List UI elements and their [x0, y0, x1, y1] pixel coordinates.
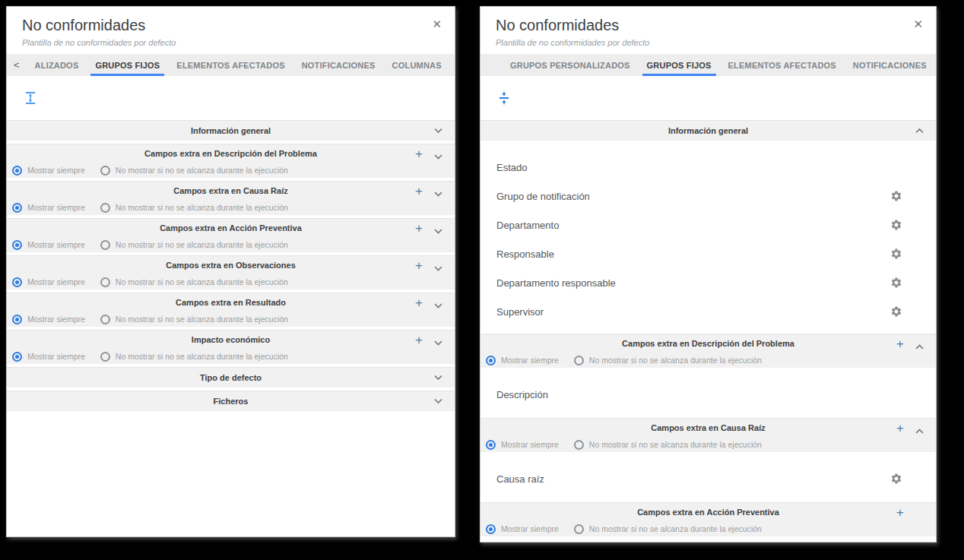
- section-header[interactable]: Impacto económico +: [7, 331, 455, 349]
- section-header[interactable]: Campos extra en Causa Raíz +: [480, 419, 936, 437]
- chevron-down-icon[interactable]: [432, 397, 445, 407]
- radio-label[interactable]: Mostrar siempre: [27, 166, 85, 175]
- close-icon[interactable]: ✕: [430, 16, 443, 33]
- section-header[interactable]: Ficheros: [7, 391, 455, 411]
- add-field-button[interactable]: +: [895, 422, 905, 435]
- chevron-down-icon[interactable]: [432, 126, 445, 136]
- radio-label[interactable]: No mostrar si no se alcanza durante la e…: [116, 240, 288, 249]
- radio-mostrar-siempre[interactable]: [486, 356, 496, 365]
- radio-label[interactable]: No mostrar si no se alcanza durante la e…: [116, 277, 288, 286]
- add-field-button[interactable]: +: [414, 222, 424, 235]
- radio-label[interactable]: No mostrar si no se alcanza durante la e…: [589, 356, 762, 365]
- field-row-descripcion[interactable]: Descripción: [480, 380, 936, 409]
- radio-no-mostrar[interactable]: [100, 277, 110, 287]
- tab-elementos-afectados[interactable]: ELEMENTOS AFECTADOS: [168, 54, 293, 76]
- section-header[interactable]: Campos extra en Resultado +: [7, 293, 455, 312]
- tab-grupos-personalizados[interactable]: GRUPOS PERSONALIZADOS: [502, 54, 639, 76]
- section-header[interactable]: Información general: [7, 121, 455, 141]
- radio-no-mostrar[interactable]: [100, 240, 110, 250]
- radio-label[interactable]: Mostrar siempre: [27, 277, 85, 286]
- radio-no-mostrar[interactable]: [100, 166, 110, 176]
- chevron-up-icon[interactable]: [913, 126, 926, 136]
- section-header[interactable]: Campos extra en Observaciones +: [7, 256, 455, 274]
- section-header[interactable]: Campos extra en Descripción del Problema…: [480, 334, 936, 353]
- gear-icon[interactable]: [889, 246, 904, 261]
- radio-label[interactable]: Mostrar siempre: [501, 356, 559, 365]
- tab-notificaciones[interactable]: NOTIFICACIONES: [845, 54, 935, 76]
- add-field-button[interactable]: +: [414, 259, 424, 272]
- gear-icon[interactable]: [889, 217, 904, 233]
- collapse-all-button[interactable]: [496, 90, 512, 106]
- section-header[interactable]: Campos extra en Descripción del Problema…: [7, 144, 455, 163]
- section-header[interactable]: Tipo de defecto: [7, 368, 455, 388]
- radio-mostrar-siempre[interactable]: [12, 277, 22, 287]
- add-field-button[interactable]: +: [895, 337, 905, 350]
- radio-label[interactable]: No mostrar si no se alcanza durante la e…: [116, 315, 288, 324]
- radio-mostrar-siempre[interactable]: [12, 203, 22, 213]
- chevron-down-icon[interactable]: [432, 301, 445, 311]
- tab-grupos-fijos[interactable]: GRUPOS FIJOS: [639, 54, 720, 76]
- tab-grupos-personalizados[interactable]: ALIZADOS: [27, 54, 87, 76]
- section-header[interactable]: Campos extra en Acción Preventiva +: [480, 503, 936, 521]
- chevron-down-icon[interactable]: [432, 264, 445, 274]
- add-field-button[interactable]: +: [895, 506, 905, 519]
- section-header[interactable]: Información general: [480, 121, 936, 141]
- chevron-up-icon[interactable]: [913, 342, 926, 352]
- chevron-down-icon[interactable]: [432, 373, 445, 383]
- field-row-causa-raiz[interactable]: Causa raíz: [480, 464, 936, 493]
- radio-label[interactable]: No mostrar si no se alcanza durante la e…: [589, 524, 762, 533]
- radio-mostrar-siempre[interactable]: [12, 352, 22, 362]
- tab-gestion[interactable]: GESTIÓN: [450, 54, 455, 76]
- add-field-button[interactable]: +: [414, 334, 424, 346]
- radio-no-mostrar[interactable]: [100, 352, 110, 362]
- radio-label[interactable]: No mostrar si no se alcanza durante la e…: [589, 440, 762, 449]
- add-field-button[interactable]: +: [414, 296, 424, 309]
- radio-label[interactable]: Mostrar siempre: [501, 440, 559, 449]
- radio-label[interactable]: Mostrar siempre: [27, 203, 85, 212]
- radio-label[interactable]: Mostrar siempre: [27, 352, 85, 361]
- radio-no-mostrar[interactable]: [100, 203, 110, 213]
- radio-label[interactable]: No mostrar si no se alcanza durante la e…: [116, 166, 288, 175]
- radio-mostrar-siempre[interactable]: [12, 240, 22, 250]
- field-row-supervisor[interactable]: Supervisor: [480, 297, 936, 326]
- radio-no-mostrar[interactable]: [574, 356, 584, 365]
- gear-icon[interactable]: [889, 304, 904, 319]
- field-row-departamento-responsable[interactable]: Departamento responsable: [480, 268, 936, 297]
- radio-mostrar-siempre[interactable]: [12, 166, 22, 176]
- radio-mostrar-siempre[interactable]: [486, 524, 496, 534]
- gear-icon[interactable]: [889, 471, 904, 486]
- radio-label[interactable]: Mostrar siempre: [27, 240, 85, 249]
- radio-no-mostrar[interactable]: [574, 440, 584, 450]
- chevron-down-icon[interactable]: [432, 338, 445, 348]
- tabs-scroll-left-icon[interactable]: <: [7, 54, 27, 76]
- chevron-down-icon[interactable]: [432, 226, 445, 236]
- tab-grupos-fijos[interactable]: GRUPOS FIJOS: [87, 54, 168, 76]
- tab-notificaciones[interactable]: NOTIFICACIONES: [293, 54, 384, 76]
- expand-all-button[interactable]: [23, 90, 38, 106]
- chevron-down-icon[interactable]: [432, 189, 445, 199]
- field-row-estado[interactable]: Estado: [480, 153, 936, 182]
- section-header[interactable]: Campos extra en Causa Raíz +: [7, 182, 455, 200]
- radio-no-mostrar[interactable]: [100, 315, 110, 324]
- field-row-grupo-notificacion[interactable]: Grupo de notificación: [480, 182, 936, 210]
- tab-elementos-afectados[interactable]: ELEMENTOS AFECTADOS: [720, 54, 845, 76]
- close-icon[interactable]: ✕: [912, 16, 924, 33]
- gear-icon[interactable]: [889, 188, 904, 204]
- chevron-up-icon[interactable]: [913, 426, 926, 436]
- radio-mostrar-siempre[interactable]: [12, 315, 22, 324]
- radio-label[interactable]: No mostrar si no se alcanza durante la e…: [116, 203, 288, 212]
- tab-columnas[interactable]: COLUN: [935, 54, 936, 76]
- field-row-departamento[interactable]: Departamento: [480, 210, 936, 239]
- section-header[interactable]: Campos extra en Acción Preventiva +: [7, 219, 455, 237]
- add-field-button[interactable]: +: [414, 185, 424, 198]
- radio-mostrar-siempre[interactable]: [486, 440, 496, 450]
- radio-label[interactable]: Mostrar siempre: [501, 524, 559, 533]
- gear-icon[interactable]: [889, 275, 904, 290]
- tab-columnas[interactable]: COLUMNAS: [384, 54, 450, 76]
- field-row-responsable[interactable]: Responsable: [480, 239, 936, 268]
- radio-label[interactable]: No mostrar si no se alcanza durante la e…: [116, 352, 288, 361]
- radio-label[interactable]: Mostrar siempre: [27, 315, 85, 324]
- radio-no-mostrar[interactable]: [574, 524, 584, 534]
- chevron-down-icon[interactable]: [432, 152, 445, 162]
- add-field-button[interactable]: +: [414, 147, 424, 160]
